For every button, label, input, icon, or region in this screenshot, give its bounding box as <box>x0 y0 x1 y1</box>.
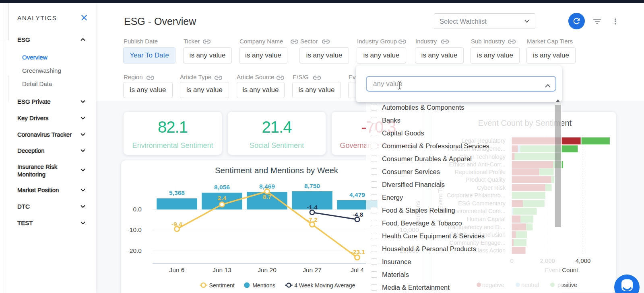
svg-text:4,000: 4,000 <box>576 257 591 264</box>
svg-text:Jul 4: Jul 4 <box>351 266 364 273</box>
svg-text:5,368: 5,368 <box>169 189 185 196</box>
svg-text:Jun 27: Jun 27 <box>303 266 322 273</box>
svg-text:Jun 20: Jun 20 <box>258 266 277 273</box>
svg-text:4 Week Moving Average: 4 Week Moving Average <box>294 282 355 289</box>
svg-text:-23.1: -23.1 <box>351 248 365 255</box>
svg-text:8,056: 8,056 <box>214 184 230 191</box>
svg-text:-20.0: -20.0 <box>128 247 142 254</box>
svg-text:-9.4: -9.4 <box>171 221 182 227</box>
svg-text:Jun 6: Jun 6 <box>169 266 185 273</box>
svg-text:Sentiment: Sentiment <box>209 282 235 289</box>
svg-text:8.7: 8.7 <box>263 193 272 200</box>
svg-text:-10.0: -10.0 <box>128 226 142 233</box>
svg-text:Mentions: Mentions <box>252 282 275 289</box>
svg-text:-7.2: -7.2 <box>307 216 318 223</box>
svg-text:8,750: 8,750 <box>304 182 320 189</box>
svg-text:-4.8: -4.8 <box>353 211 363 218</box>
svg-text:4,479: 4,479 <box>349 191 365 198</box>
svg-text:-1.4: -1.4 <box>307 204 318 211</box>
svg-text:2.4: 2.4 <box>218 195 227 201</box>
svg-text:Jun 13: Jun 13 <box>213 266 231 273</box>
svg-text:Sentiment and Mentions by Week: Sentiment and Mentions by Week <box>215 166 339 175</box>
svg-text:0.0: 0.0 <box>133 206 142 213</box>
